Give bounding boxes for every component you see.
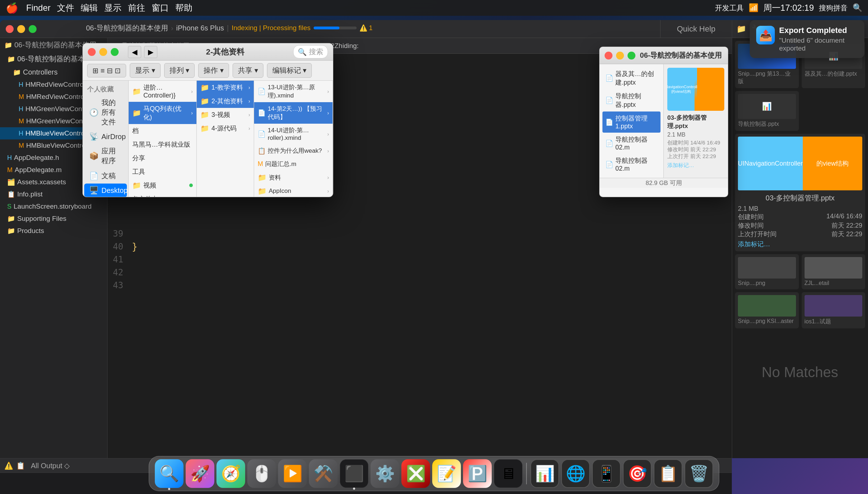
finder-minimize[interactable] [99, 48, 107, 56]
sidebar-item-docs[interactable]: 📄 文稿 [84, 168, 127, 183]
sf-min[interactable] [616, 52, 624, 60]
apple-menu[interactable]: 🍎 [6, 2, 18, 14]
col3-item-1[interactable]: 📄 13-UI进阶-第…原理).xmind › [254, 81, 333, 102]
col1-item-3[interactable]: 档 [129, 124, 196, 138]
col3-item-6[interactable]: 📁 资料 › [254, 171, 333, 184]
menubar-devtools: 开发工具 [715, 3, 744, 13]
sidebar-item-airdrop[interactable]: 📡 AirDrop [84, 130, 127, 143]
menu-go[interactable]: 前往 [128, 2, 145, 14]
col1-item-1[interactable]: 📁 进阶…Controller)} › [129, 81, 196, 102]
col3-item-3[interactable]: 📄 14-UI进阶-第…roller).xmind › [254, 124, 333, 144]
finder-view-btn[interactable]: ⊞ ≡ ⊟ ⊡ [87, 64, 126, 77]
dock-notes[interactable]: 📝 [432, 459, 461, 488]
menu-window[interactable]: 窗口 [152, 2, 169, 14]
col2-item-2[interactable]: 📁 2-其他资料 › [197, 94, 254, 108]
col3-item-2[interactable]: 📄 14-第2天…)) 【预习代码】 › [254, 102, 333, 124]
sf-item-5[interactable]: 📄 导航控制器02.m [602, 154, 660, 175]
dock-shell[interactable]: 🖥 [494, 459, 523, 488]
finder-tag-btn[interactable]: 编辑标记 ▾ [267, 63, 312, 78]
dock-browser3[interactable]: 📱 [592, 459, 621, 488]
sf-item-3[interactable]: 📄 控制器管理1.pptx [602, 111, 660, 133]
col3-item-4[interactable]: 📋 控件为什么用weak? › [254, 144, 333, 157]
sidebar-item-desktop[interactable]: 🖥️ Desktop [84, 184, 127, 197]
preview-filename: 03-多控制器管理.pptx [738, 193, 862, 203]
sf-preview-created: 创建时间 14/4/6 16:49 [667, 139, 724, 146]
dock-quicktime[interactable]: ▶️ [278, 459, 307, 488]
dock-browser1[interactable]: 📊 [530, 459, 559, 488]
dock-mindnode[interactable]: 🅿️ [463, 459, 492, 488]
add-tag[interactable]: 添加标记… [738, 240, 862, 248]
dock-terminal[interactable]: ⬛ [340, 459, 368, 488]
thumb-3: 📊 导航控制器.pptx [735, 91, 799, 131]
col1-item-5[interactable]: 分享 [129, 151, 196, 165]
menubar-search-icon[interactable]: 🔍 [853, 3, 862, 13]
col2-item-3[interactable]: 📁 3-视频 › [197, 108, 254, 122]
dock-safari[interactable]: 🧭 [216, 459, 245, 488]
col3-item-5[interactable]: M 问题汇总.m [254, 157, 333, 171]
output-icon-2[interactable]: 📋 [16, 461, 25, 470]
second-finder-titlebar: 06-导航控制器的基本使用 [600, 47, 728, 64]
menu-help[interactable]: 帮助 [175, 2, 192, 14]
finder-share-btn[interactable]: 共享 ▾ [233, 63, 263, 78]
sf-item-2[interactable]: 📄 导航控制器.pptx [602, 89, 660, 111]
dock-browser2[interactable]: 🌐 [561, 459, 590, 488]
sf-item-4[interactable]: 📄 导航控制器02.m [602, 133, 660, 154]
finder-search[interactable]: 🔍 搜索 [293, 45, 328, 58]
dock-xcode[interactable]: ⚒️ [309, 459, 338, 488]
col2-item-1[interactable]: 📁 1-教学资料 › [197, 81, 254, 94]
sf-zoom[interactable] [628, 52, 635, 60]
output-label[interactable]: All Output ◇ [31, 461, 70, 470]
dock-launchpad[interactable]: 🚀 [186, 459, 214, 488]
col1-item-6[interactable]: 工具 [129, 165, 196, 179]
sf-preview-last: 上次打开 前天 22:29 [667, 153, 724, 160]
dock-browser4[interactable]: 🎯 [623, 459, 652, 488]
minimize-button[interactable] [17, 25, 25, 33]
dock-finder[interactable]: 🔍 [155, 459, 183, 488]
finder-sidebar: 个人收藏 🕐 我的所有文件 📡 AirDrop 📦 应用程序 📄 文稿 🖥️ D… [83, 81, 129, 197]
menu-view[interactable]: 显示 [104, 2, 121, 14]
finder-close[interactable] [88, 48, 96, 56]
sf-close[interactable] [605, 52, 612, 60]
sf-item-1[interactable]: 📄 器及其…的创建.pptx [602, 67, 660, 89]
col3-item-7[interactable]: 📁 AppIcon › [254, 184, 333, 197]
menu-edit[interactable]: 编辑 [81, 2, 98, 14]
project-name: 06-导航控制器的基本使用 [86, 23, 168, 33]
finder-zoom[interactable] [111, 48, 119, 56]
col1-item-2[interactable]: 📁 马QQ列表(优化) › [129, 102, 196, 124]
menubar-input-method: 搜狗拼音 [819, 3, 848, 13]
menu-finder[interactable]: Finder [26, 3, 51, 13]
folder-icon-c2-1: 📁 [200, 83, 209, 92]
col1-item-7[interactable]: 📁 视频 [129, 179, 196, 192]
menu-file[interactable]: 文件 [57, 2, 74, 14]
finder-sort-btn[interactable]: 排列 ▾ [164, 63, 195, 78]
dock-mouse[interactable]: 🖱️ [247, 459, 276, 488]
finder-display-btn[interactable]: 显示 ▾ [130, 63, 161, 78]
dock-sysprefs[interactable]: ⚙️ [371, 459, 399, 488]
nav-launchscreen[interactable]: S LaunchScreen.storyboard [0, 200, 107, 213]
desktop-icon: 🖥️ [89, 186, 99, 195]
col1-item-4[interactable]: 马黑马…学科就业版 [129, 138, 196, 151]
col2-item-4[interactable]: 📁 4-源代码 › [197, 122, 254, 135]
output-icon-1[interactable]: ⚠️ [4, 461, 13, 470]
finder-forward[interactable]: ▶ [144, 46, 157, 58]
dock-browser5[interactable]: 📋 [654, 459, 682, 488]
sf-add-tag[interactable]: 添加标记… [667, 162, 724, 169]
no-matches-area: No Matches [732, 322, 868, 422]
notif-body: Export Completed "Untitled 6" document e… [779, 26, 858, 52]
finder-action-btn[interactable]: 操作 ▾ [198, 63, 229, 78]
close-button[interactable] [6, 25, 14, 33]
rp-icon-1[interactable]: 📁 [736, 24, 746, 34]
finder-status: 10 项，882.9 GB 可用 [83, 197, 333, 197]
dock-xmind[interactable]: ❎ [401, 459, 430, 488]
no-matches-text: No Matches [762, 364, 838, 380]
sidebar-item-all-files[interactable]: 🕐 我的所有文件 [84, 95, 127, 129]
menubar-time: 周一17:02:19 [763, 2, 814, 14]
col1-item-8[interactable]: 各文件夹 [129, 192, 196, 197]
sidebar-item-apps[interactable]: 📦 应用程序 [84, 144, 127, 168]
maximize-button[interactable] [29, 25, 37, 33]
dock-browser6[interactable]: 🗑️ [685, 459, 713, 488]
nav-products[interactable]: 📁 Products [0, 225, 107, 237]
finder-back[interactable]: ◀ [128, 46, 141, 58]
warning-badge: ⚠️ 1 [359, 24, 373, 32]
nav-supporting[interactable]: 📁 Supporting Files [0, 213, 107, 225]
